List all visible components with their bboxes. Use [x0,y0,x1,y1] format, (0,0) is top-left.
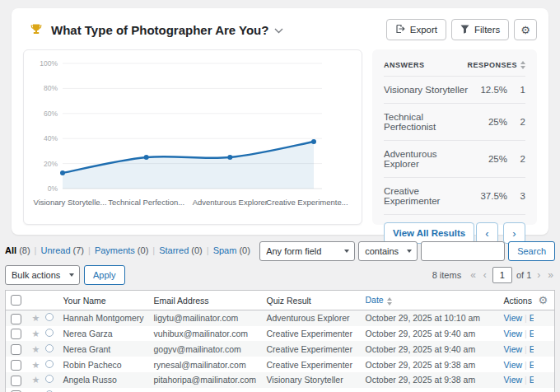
view-link[interactable]: Unread (7) [40,245,84,255]
answer-row: Creative Experimenter37.5%3 [384,177,525,214]
action-view[interactable]: View [504,329,523,338]
responses-column-header[interactable]: RESPONSES [467,61,517,69]
table-row: ★Angela Russopitahoripa@mailinator.comVi… [6,372,555,388]
unread-indicator-icon[interactable] [45,313,54,321]
first-page-button[interactable]: « [469,269,478,281]
action-view[interactable]: View [504,344,523,354]
answers-header: ANSWERS RESPONSES [384,58,525,76]
view-filter-starred: Starred (0) [159,245,212,255]
filters-button[interactable]: Filters [451,19,509,40]
settings-button[interactable]: ⚙ [514,19,537,40]
field-select[interactable]: Any form field [259,241,355,261]
apply-button[interactable]: Apply [84,265,125,285]
action-edit[interactable]: Edit [530,313,534,323]
search-input[interactable] [421,241,505,261]
view-link[interactable]: Starred (0) [159,245,203,255]
entry-name: Nerea Grant [58,341,149,357]
unread-indicator-icon[interactable] [45,375,54,383]
entry-quiz-result: Technical Perfectionist [262,388,361,392]
svg-text:60%: 60% [44,110,58,118]
bulk-actions-select[interactable]: Bulk actions [5,265,80,285]
action-edit[interactable]: Edit [530,375,534,385]
action-edit[interactable]: Edit [530,329,534,338]
chevron-down-icon[interactable] [274,28,283,34]
gear-cell [534,310,555,326]
star-icon[interactable]: ★ [32,375,40,385]
card-body: 0%20%40%60%80%100%Visionary Storytelle..… [23,49,537,225]
view-link[interactable]: Payments (0) [95,245,148,255]
export-button[interactable]: Export [386,19,446,40]
prev-page-button[interactable]: ‹ [482,269,488,281]
answer-label: Technical Perfectionist [384,112,469,132]
column-header-date-sort[interactable]: Date [366,295,392,305]
unread-indicator-icon[interactable] [45,329,54,337]
checkbox-cell [6,372,27,388]
unread-indicator-icon[interactable] [45,360,54,368]
star-icon[interactable]: ★ [32,344,40,354]
total-pages: of 1 [516,270,531,280]
answer-percent: 25% [469,117,507,127]
svg-text:40%: 40% [44,134,58,142]
select-all-checkbox[interactable] [11,295,21,306]
entry-date: October 29, 2025 at 9:38 am [361,372,499,388]
answer-row: Technical Perfectionist25%2 [384,103,525,140]
entry-actions: View|Edit|Spam|Trash [499,310,534,326]
operator-select[interactable]: contains [358,241,418,261]
read-cell [40,388,58,392]
table-row: ★Robin Pachecorynesal@mailinator.comCrea… [6,357,555,372]
action-edit[interactable]: Edit [530,360,534,370]
current-page[interactable]: 1 [492,267,512,283]
row-checkbox[interactable] [11,314,21,324]
table-row: ★Nerea Grantgogyv@mailinator.comCreative… [6,341,555,357]
read-cell [40,372,58,388]
table-row: ★Nerea Garzavuhibux@mailinator.comCreati… [6,326,555,342]
action-edit[interactable]: Edit [530,344,534,354]
trophy-icon [30,23,43,36]
view-count: (0) [191,245,202,255]
last-page-button[interactable]: » [546,269,555,281]
entry-actions: View|Edit|Spam|Trash [499,326,534,342]
answer-percent: 25% [469,154,507,164]
star-icon[interactable]: ★ [32,329,40,338]
row-checkbox[interactable] [11,329,21,339]
row-checkbox[interactable] [11,360,21,371]
row-checkbox[interactable] [11,376,21,386]
view-filters: All (8)Unread (7)Payments (0)Starred (0)… [5,241,250,255]
action-view[interactable]: View [504,360,523,370]
view-link[interactable]: All (8) [5,245,30,255]
entry-date: October 29, 2025 at 10:10 am [361,310,499,326]
entry-date: October 29, 2025 at 9:40 am [361,326,499,342]
column-header-name: Your Name [63,296,106,306]
view-count: (7) [73,245,84,255]
checkbox-cell [6,326,27,342]
export-icon [395,24,405,35]
star-icon[interactable]: ★ [32,313,40,323]
action-view[interactable]: View [504,375,523,385]
entries-table: Your Name Email Address Quiz Result Date… [5,290,555,392]
search-button[interactable]: Search [508,241,555,261]
action-view[interactable]: View [504,313,523,323]
star-cell: ★ [27,326,40,342]
entry-date: October 29, 2025 at 9:40 am [361,341,499,357]
view-link[interactable]: Spam (0) [213,245,250,255]
columns-gear-icon[interactable]: ⚙ [539,294,548,306]
action-separator: | [525,375,527,385]
sort-icon[interactable] [520,61,525,69]
unread-indicator-icon[interactable] [45,344,54,352]
star-icon[interactable]: ★ [32,360,40,370]
checkbox-cell [6,388,27,392]
filter-funnel-icon [460,25,469,35]
entry-email: rynesal@mailinator.com [149,357,262,372]
entry-email: vuhibux@mailinator.com [149,326,262,342]
entry-name: Holmes Johnson [58,388,149,392]
star-cell: ★ [27,388,40,392]
entries-section: All (8)Unread (7)Payments (0)Starred (0)… [5,241,555,392]
table-row: ★Holmes Johnsonkonixod@mailinator.comTec… [6,388,555,392]
view-count: (0) [138,245,148,255]
entry-date: October 29, 2025 at 9:38 am [361,357,499,372]
answer-count: 3 [507,191,525,201]
entry-email: konixod@mailinator.com [149,388,262,392]
entry-name: Angela Russo [58,372,149,388]
next-page-button[interactable]: › [535,269,542,281]
row-checkbox[interactable] [11,344,21,355]
